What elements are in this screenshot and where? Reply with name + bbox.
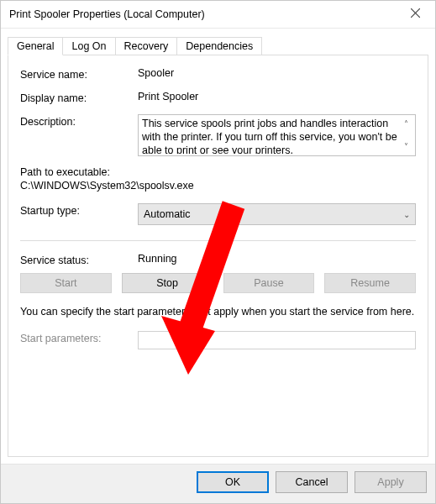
row-start-params: Start parameters: bbox=[20, 331, 416, 349]
stop-button[interactable]: Stop bbox=[122, 273, 213, 293]
scroll-up-icon[interactable]: ˄ bbox=[399, 117, 413, 131]
tab-label: Log On bbox=[71, 40, 106, 52]
service-name-label: Service name: bbox=[20, 67, 138, 81]
row-startup-type: Startup type: Automatic ⌄ bbox=[20, 203, 416, 225]
tab-logon[interactable]: Log On bbox=[63, 37, 115, 55]
display-name-label: Display name: bbox=[20, 91, 138, 104]
tab-label: General bbox=[17, 40, 54, 52]
titlebar: Print Spooler Properties (Local Computer… bbox=[1, 1, 435, 29]
scroll-down-icon[interactable]: ˅ bbox=[399, 139, 413, 154]
description-box: This service spools print jobs and handl… bbox=[138, 114, 416, 156]
button-label: Stop bbox=[156, 277, 178, 289]
cancel-button[interactable]: Cancel bbox=[276, 471, 348, 493]
apply-button: Apply bbox=[355, 471, 427, 493]
start-params-label: Start parameters: bbox=[20, 331, 138, 344]
description-text: This service spools print jobs and handl… bbox=[140, 117, 399, 154]
description-label: Description: bbox=[20, 114, 138, 128]
close-icon bbox=[411, 8, 420, 20]
tab-dependencies[interactable]: Dependencies bbox=[177, 37, 262, 55]
path-value: C:\WINDOWS\System32\spoolsv.exe bbox=[20, 180, 416, 192]
button-label: Apply bbox=[377, 476, 403, 488]
tab-recovery[interactable]: Recovery bbox=[116, 37, 178, 55]
separator bbox=[20, 240, 416, 241]
resume-button: Resume bbox=[324, 273, 416, 293]
row-path: Path to executable: C:\WINDOWS\System32\… bbox=[20, 166, 416, 192]
tab-strip: General Log On Recovery Dependencies bbox=[8, 34, 428, 55]
service-status-label: Service status: bbox=[20, 253, 138, 266]
button-label: OK bbox=[225, 476, 240, 488]
row-service-status: Service status: Running bbox=[20, 253, 416, 266]
pause-button: Pause bbox=[223, 273, 315, 293]
button-label: Pause bbox=[254, 277, 283, 289]
start-params-input bbox=[138, 331, 416, 349]
window-title: Print Spooler Properties (Local Computer… bbox=[9, 8, 398, 20]
startup-type-label: Startup type: bbox=[20, 203, 138, 217]
path-label: Path to executable: bbox=[20, 166, 416, 178]
tab-label: Recovery bbox=[124, 40, 169, 52]
close-button[interactable] bbox=[398, 3, 432, 26]
start-params-help: You can specify the start parameters tha… bbox=[20, 305, 416, 319]
tab-label: Dependencies bbox=[186, 40, 253, 52]
startup-type-combo[interactable]: Automatic ⌄ bbox=[138, 203, 416, 225]
display-name-value: Print Spooler bbox=[138, 91, 416, 102]
button-label: Start bbox=[55, 277, 76, 289]
ok-button[interactable]: OK bbox=[197, 471, 269, 493]
tab-pane-general: Service name: Spooler Display name: Prin… bbox=[8, 55, 428, 457]
dialog-button-bar: OK Cancel Apply bbox=[1, 464, 435, 503]
row-description: Description: This service spools print j… bbox=[20, 114, 416, 156]
row-display-name: Display name: Print Spooler bbox=[20, 91, 416, 104]
start-button: Start bbox=[20, 273, 112, 293]
service-control-buttons: Start Stop Pause Resume bbox=[20, 273, 416, 293]
chevron-down-icon: ⌄ bbox=[403, 210, 410, 219]
button-label: Cancel bbox=[296, 476, 328, 488]
service-status-value: Running bbox=[138, 253, 416, 265]
properties-dialog: Print Spooler Properties (Local Computer… bbox=[0, 0, 436, 504]
description-scrollbar[interactable]: ˄ ˅ bbox=[399, 117, 413, 154]
service-name-value: Spooler bbox=[138, 67, 416, 79]
client-area: General Log On Recovery Dependencies Ser… bbox=[1, 29, 435, 464]
button-label: Resume bbox=[350, 277, 390, 289]
tab-general[interactable]: General bbox=[8, 37, 63, 55]
row-service-name: Service name: Spooler bbox=[20, 67, 416, 81]
startup-type-value: Automatic bbox=[144, 208, 191, 220]
